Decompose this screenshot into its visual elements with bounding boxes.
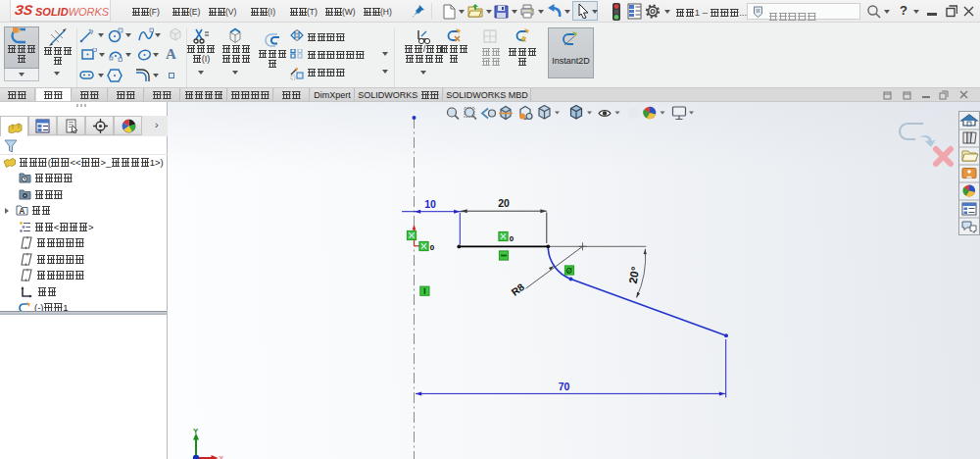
svg-text:20°: 20°: [627, 265, 642, 284]
svg-text:X: X: [219, 454, 224, 459]
svg-text:R8: R8: [509, 280, 526, 298]
svg-text:0: 0: [430, 243, 435, 252]
svg-text:20: 20: [498, 197, 510, 209]
svg-text:10: 10: [424, 198, 436, 210]
svg-text:70: 70: [559, 381, 570, 392]
svg-text:0: 0: [510, 234, 514, 243]
svg-text:Y: Y: [193, 427, 199, 435]
